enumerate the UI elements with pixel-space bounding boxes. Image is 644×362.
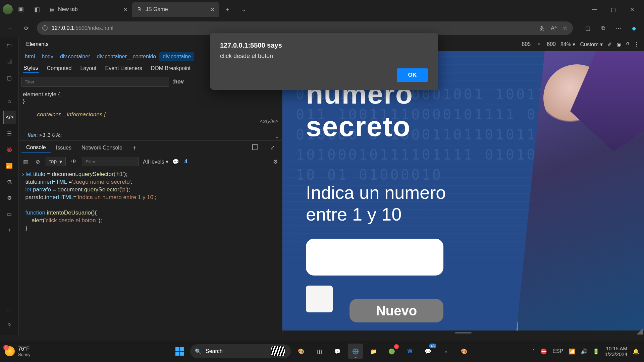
whatsapp-app-icon[interactable]: 💬45 bbox=[420, 344, 436, 359]
refresh-button[interactable]: ⟳ bbox=[21, 23, 32, 34]
task-view-icon[interactable]: ◫ bbox=[312, 344, 327, 359]
settings-tool-icon[interactable]: ⚙ bbox=[3, 191, 16, 204]
styles-filter-input[interactable] bbox=[21, 77, 169, 87]
vscode-app-icon[interactable]: ⟁ bbox=[438, 344, 454, 359]
crumb-container[interactable]: div.container bbox=[57, 52, 94, 61]
workspaces-icon[interactable]: ▣ bbox=[13, 6, 29, 13]
console-settings-icon[interactable]: ⚙ bbox=[271, 159, 279, 165]
page-preview[interactable]: 001010111 10001001 1001101 0110 011 1001… bbox=[282, 51, 644, 330]
copilot-icon[interactable]: ◆ bbox=[629, 25, 639, 32]
issues-tool-icon[interactable]: 🐞 bbox=[3, 143, 16, 156]
network-tool-icon[interactable]: 📶 bbox=[3, 159, 16, 172]
new-tab-button[interactable]: ＋ bbox=[219, 5, 235, 13]
close-tab-icon[interactable]: ✕ bbox=[123, 6, 127, 13]
start-button[interactable] bbox=[172, 344, 187, 359]
copilot-task-icon[interactable]: 🎨 bbox=[293, 344, 309, 359]
event-listeners-tab[interactable]: Event Listeners bbox=[104, 64, 143, 73]
paint-app-icon[interactable]: 🎨 bbox=[457, 344, 472, 359]
log-levels-selector[interactable]: All levels ▾ bbox=[143, 159, 168, 165]
chat-app-icon[interactable]: 💬 bbox=[330, 344, 345, 359]
chrome-app-icon[interactable]: 🟢 bbox=[384, 344, 399, 359]
close-window-button[interactable]: ✕ bbox=[623, 6, 641, 13]
tray-overflow-icon[interactable]: ˄ bbox=[532, 348, 535, 355]
viewport-height[interactable]: 600 bbox=[547, 41, 556, 47]
performance-tool-icon[interactable]: ⚗ bbox=[3, 175, 16, 188]
network-console-tab[interactable]: Network Console bbox=[77, 143, 127, 153]
maximize-button[interactable]: ▢ bbox=[604, 6, 623, 13]
read-aloud-icon[interactable]: Aᴬ bbox=[551, 25, 557, 32]
browser-tab-new[interactable]: ▤ New tab ✕ bbox=[45, 2, 132, 17]
language-indicator[interactable]: ESP bbox=[552, 348, 563, 354]
more-tools-icon[interactable]: ⋯ bbox=[3, 303, 16, 316]
dock-popout-icon[interactable]: ⤢ bbox=[266, 142, 279, 153]
add-drawer-tab-icon[interactable]: ＋ bbox=[128, 143, 141, 152]
tray-status-icon[interactable]: ⛔ bbox=[540, 348, 547, 355]
crumb-html[interactable]: html bbox=[21, 52, 38, 61]
collections-icon[interactable]: ⧉ bbox=[598, 25, 608, 32]
dom-breakpoints-tab[interactable]: DOM Breakpoint bbox=[150, 64, 191, 73]
clear-console-icon[interactable]: ⊘ bbox=[34, 159, 42, 165]
word-app-icon[interactable]: W bbox=[402, 344, 418, 359]
browser-tab-jsgame[interactable]: 🗎 JS Game ✕ bbox=[132, 2, 219, 17]
sources-tool-icon[interactable]: </> bbox=[3, 111, 16, 124]
more-menu-icon[interactable]: ⋯ bbox=[613, 25, 624, 32]
translate-icon[interactable]: あ bbox=[539, 25, 545, 32]
notifications-icon[interactable]: 🔔 bbox=[633, 348, 639, 355]
crumb-contenido[interactable]: div.container__contenido bbox=[93, 52, 159, 61]
application-tool-icon[interactable]: ☰ bbox=[3, 127, 16, 140]
viewport-width[interactable]: 805 bbox=[522, 41, 531, 47]
live-expression-icon[interactable]: 👁 bbox=[70, 159, 78, 165]
battery-icon[interactable]: 🔋 bbox=[593, 348, 599, 355]
tab-actions-icon[interactable]: ◧ bbox=[29, 6, 45, 13]
welcome-icon[interactable]: ▢ bbox=[3, 71, 16, 84]
explorer-app-icon[interactable]: 📁 bbox=[366, 344, 381, 359]
panel-icon[interactable]: ▭ bbox=[3, 207, 16, 221]
more-device-icon[interactable]: ⋮ bbox=[634, 41, 639, 48]
close-tab-icon[interactable]: ✕ bbox=[210, 6, 215, 13]
eyedropper-icon[interactable]: ✐ bbox=[607, 41, 612, 48]
console-output[interactable]: › let titulo = document.querySelector('h… bbox=[19, 169, 282, 335]
styles-tab[interactable]: Styles bbox=[23, 64, 39, 73]
tab-overflow-icon[interactable]: ⌄ bbox=[235, 6, 252, 13]
number-input[interactable] bbox=[306, 239, 443, 276]
back-button[interactable]: ← bbox=[5, 23, 15, 34]
nuevo-button[interactable]: Nuevo bbox=[350, 299, 443, 322]
drawer-resize-handle[interactable] bbox=[282, 330, 644, 335]
screenshot-icon[interactable]: ⎙ bbox=[626, 41, 629, 47]
context-selector[interactable]: top ▾ bbox=[46, 157, 66, 166]
add-tool-icon[interactable]: ＋ bbox=[3, 223, 16, 237]
device-selector[interactable]: Custom ▾ bbox=[580, 41, 603, 48]
site-info-icon[interactable]: ⓘ bbox=[42, 25, 48, 32]
edge-app-icon[interactable]: 🌐 bbox=[348, 344, 363, 359]
elements-tool-icon[interactable]: ⌂ bbox=[3, 95, 16, 108]
issues-tab[interactable]: Issues bbox=[51, 143, 76, 153]
help-icon[interactable]: ? bbox=[3, 319, 16, 333]
expand-icon[interactable]: ⌄ bbox=[275, 133, 279, 140]
inspect-element-icon[interactable]: ⬚ bbox=[3, 39, 16, 52]
crumb-body[interactable]: body bbox=[38, 52, 57, 61]
weather-widget[interactable]: 1 76°F Sunny bbox=[5, 346, 31, 357]
issue-badge-icon[interactable]: 💬 bbox=[172, 159, 179, 165]
favorite-icon[interactable]: ☆ bbox=[563, 25, 568, 32]
alert-ok-button[interactable]: OK bbox=[397, 68, 428, 82]
wifi-icon[interactable]: 📶 bbox=[569, 348, 575, 355]
rotations-icon[interactable]: ◉ bbox=[616, 41, 621, 48]
profile-avatar[interactable] bbox=[3, 4, 13, 14]
taskbar-search[interactable]: 🔍 Search bbox=[190, 344, 291, 358]
layout-tab[interactable]: Layout bbox=[79, 64, 97, 73]
split-screen-icon[interactable]: ◫ bbox=[582, 25, 593, 32]
guess-button[interactable] bbox=[306, 286, 333, 312]
crumb-selected[interactable]: div.containe bbox=[159, 52, 194, 61]
console-filter-input[interactable] bbox=[82, 157, 139, 166]
volume-icon[interactable]: 🔊 bbox=[581, 348, 587, 355]
sidebar-toggle-icon[interactable]: ▥ bbox=[21, 159, 30, 165]
styles-pane[interactable]: element.style { } .container__informacio… bbox=[19, 89, 282, 140]
resize-corner-icon[interactable] bbox=[637, 328, 643, 335]
minimize-button[interactable]: — bbox=[585, 6, 604, 13]
console-tab[interactable]: Console bbox=[21, 142, 51, 153]
computed-tab[interactable]: Computed bbox=[46, 64, 72, 73]
clock[interactable]: 10:15 AM 1/23/2024 bbox=[605, 346, 627, 357]
dock-side-icon[interactable]: ⿹ bbox=[248, 142, 262, 153]
device-toolbar-icon[interactable]: ⿻ bbox=[3, 55, 16, 68]
zoom-selector[interactable]: 84% ▾ bbox=[560, 41, 575, 48]
